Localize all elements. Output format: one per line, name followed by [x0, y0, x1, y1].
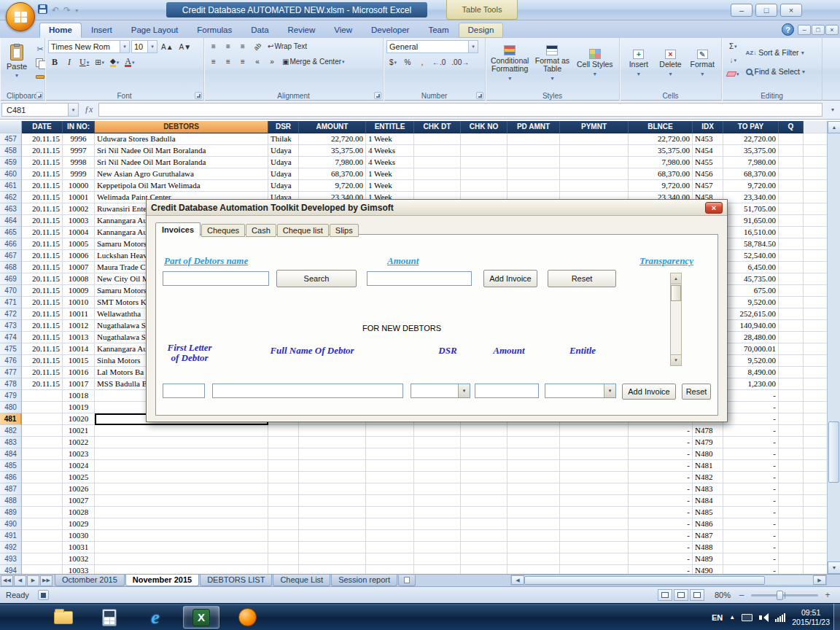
- cell[interactable]: -: [723, 530, 779, 542]
- cell[interactable]: [560, 495, 629, 507]
- clipboard-dialog-launcher[interactable]: [36, 92, 43, 99]
- cell[interactable]: [414, 483, 461, 495]
- fill-color-button[interactable]: ◆▾: [108, 56, 121, 69]
- cell[interactable]: N485: [693, 507, 723, 518]
- cell[interactable]: N487: [693, 530, 723, 542]
- cell[interactable]: [804, 215, 827, 227]
- cell[interactable]: Thilak: [268, 133, 299, 145]
- cell[interactable]: -: [723, 437, 779, 448]
- cell[interactable]: [508, 437, 560, 448]
- cell[interactable]: 20.11.15: [22, 320, 63, 332]
- minimize-button[interactable]: –: [731, 4, 752, 17]
- cell[interactable]: 9996: [63, 133, 95, 145]
- cell[interactable]: Udaya: [268, 145, 299, 157]
- cell[interactable]: 9,520.00: [723, 355, 779, 367]
- cell[interactable]: [461, 133, 508, 145]
- cell[interactable]: 35,375.00: [629, 145, 693, 157]
- cell[interactable]: [508, 495, 560, 507]
- cell[interactable]: [268, 518, 299, 530]
- cell[interactable]: 70,000.01: [723, 343, 779, 355]
- cell[interactable]: 35,375.00: [299, 145, 366, 157]
- align-right-button[interactable]: ≡: [236, 55, 249, 68]
- cell[interactable]: -: [629, 507, 693, 518]
- cell[interactable]: [508, 565, 560, 574]
- cell[interactable]: N482: [693, 472, 723, 483]
- horizontal-scroll-thumb[interactable]: [524, 576, 765, 585]
- cell[interactable]: 9,720.00: [299, 180, 366, 192]
- cell[interactable]: [366, 483, 414, 495]
- cell[interactable]: -: [629, 553, 693, 565]
- cell[interactable]: [779, 332, 804, 343]
- cell[interactable]: [366, 518, 414, 530]
- amount-input[interactable]: [367, 271, 472, 286]
- paste-button[interactable]: Paste ▾: [3, 40, 31, 82]
- column-header-in_no[interactable]: IN NO:: [63, 121, 95, 133]
- cell[interactable]: -: [723, 553, 779, 565]
- cell[interactable]: 10026: [63, 483, 95, 495]
- cell[interactable]: [299, 448, 366, 460]
- accounting-format-button[interactable]: $▾: [386, 56, 400, 69]
- row-header[interactable]: 477: [0, 367, 22, 378]
- cell[interactable]: 91,650.00: [723, 215, 779, 227]
- cell[interactable]: 7,980.00: [629, 157, 693, 168]
- cell[interactable]: [804, 413, 827, 425]
- cell[interactable]: Udaya: [268, 157, 299, 168]
- row-header[interactable]: 494: [0, 565, 22, 574]
- cell[interactable]: 68,370.00: [299, 168, 366, 180]
- insert-cells-button[interactable]: + Insert ▾: [623, 50, 655, 78]
- cell[interactable]: [560, 530, 629, 542]
- cell[interactable]: [22, 472, 63, 483]
- align-left-button[interactable]: ≡: [207, 55, 220, 68]
- cell[interactable]: 1 Week: [366, 168, 414, 180]
- cell[interactable]: -: [629, 495, 693, 507]
- cell[interactable]: New Asian Agro Guruthalawa: [95, 168, 268, 180]
- cell[interactable]: Keppetipola Oil Mart Welimada: [95, 180, 268, 192]
- cell[interactable]: [560, 425, 629, 437]
- cell[interactable]: [804, 157, 827, 168]
- dialog-tab-invoices[interactable]: Invoices: [155, 222, 201, 236]
- ribbon-tab-view[interactable]: View: [324, 23, 362, 38]
- workbook-minimize-button[interactable]: –: [798, 25, 811, 35]
- cell[interactable]: 9998: [63, 157, 95, 168]
- cell[interactable]: [299, 483, 366, 495]
- find-select-button[interactable]: Find & Select▾: [746, 65, 805, 78]
- cell[interactable]: [22, 425, 63, 437]
- cell[interactable]: [268, 495, 299, 507]
- row-header[interactable]: 479: [0, 390, 22, 402]
- row-header[interactable]: 459: [0, 157, 22, 168]
- cell[interactable]: [779, 530, 804, 542]
- cell[interactable]: 10027: [63, 495, 95, 507]
- cell[interactable]: -: [723, 390, 779, 402]
- cell[interactable]: N483: [693, 483, 723, 495]
- column-header-dsr[interactable]: DSR: [268, 121, 299, 133]
- cell[interactable]: [779, 553, 804, 565]
- save-button[interactable]: [38, 4, 47, 17]
- cell[interactable]: 10010: [63, 297, 95, 308]
- cell[interactable]: [779, 460, 804, 472]
- cell[interactable]: [268, 542, 299, 553]
- cell[interactable]: [804, 262, 827, 273]
- page-layout-view-button[interactable]: [674, 589, 688, 601]
- last-sheet-button[interactable]: ▶▶: [40, 575, 52, 586]
- insert-function-button[interactable]: ƒx: [85, 104, 93, 115]
- column-header-pymnt[interactable]: PYMNT: [560, 121, 629, 133]
- cell[interactable]: [268, 437, 299, 448]
- cell[interactable]: [779, 320, 804, 332]
- increase-decimal-button[interactable]: ←.0: [430, 56, 448, 69]
- cell[interactable]: -: [629, 542, 693, 553]
- cell[interactable]: 7,980.00: [723, 157, 779, 168]
- cell[interactable]: [95, 483, 268, 495]
- cell[interactable]: [414, 157, 461, 168]
- cell[interactable]: [779, 145, 804, 157]
- cell[interactable]: N486: [693, 518, 723, 530]
- cell[interactable]: [804, 227, 827, 238]
- cell[interactable]: -: [629, 518, 693, 530]
- cell[interactable]: 9997: [63, 145, 95, 157]
- cell[interactable]: [414, 507, 461, 518]
- cell[interactable]: [461, 495, 508, 507]
- cell[interactable]: [804, 390, 827, 402]
- cell[interactable]: [560, 542, 629, 553]
- row-header[interactable]: 480: [0, 402, 22, 413]
- cell[interactable]: 68,370.00: [629, 168, 693, 180]
- row-header[interactable]: 472: [0, 308, 22, 320]
